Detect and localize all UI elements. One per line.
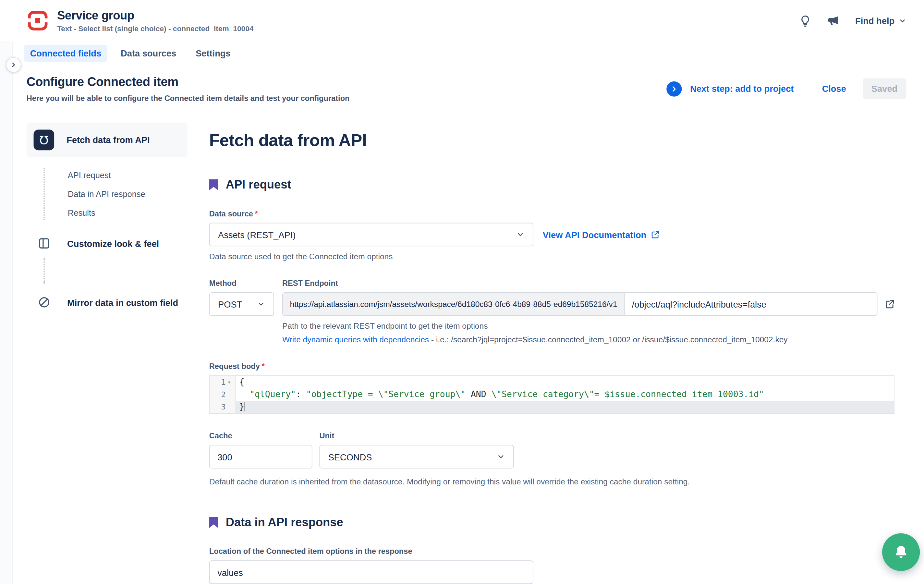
- unit-column: Unit SECONDS: [319, 432, 513, 469]
- step-subnav-item[interactable]: API request: [68, 165, 188, 184]
- step-label: Customize look & feel: [67, 238, 159, 249]
- request-body-label: Request body*: [209, 362, 912, 371]
- required-mark: *: [255, 209, 257, 218]
- panel-expand-button[interactable]: [6, 57, 21, 73]
- field-subtitle: Text - Select list (single choice) - con…: [57, 24, 253, 33]
- fetch-hook-icon: ℧: [34, 130, 54, 150]
- section-title: API request: [226, 178, 291, 192]
- sidebar-item-customize[interactable]: Customize look & feel: [37, 236, 187, 251]
- unit-value: SECONDS: [328, 452, 372, 462]
- code-line[interactable]: 3}: [210, 401, 894, 413]
- line-number: 2: [210, 388, 236, 401]
- code-text[interactable]: }: [236, 401, 894, 413]
- sidebar-item-fetch-data[interactable]: ℧ Fetch data from API: [26, 123, 188, 157]
- line-number: 3: [210, 401, 236, 413]
- data-source-group: Data source* Assets (REST_API) View API …: [209, 209, 912, 261]
- label-text: Data source: [209, 209, 253, 218]
- saved-button[interactable]: Saved: [863, 79, 906, 99]
- request-body-editor[interactable]: 1▾{2 "qlQuery": "objectType = \"Service …: [209, 375, 894, 414]
- code-text[interactable]: {: [236, 376, 894, 388]
- lightbulb-icon[interactable]: [799, 14, 812, 26]
- endpoint-column: REST Endpoint https://api.atlassian.com/…: [282, 279, 912, 344]
- step-label: Fetch data from API: [66, 135, 150, 145]
- main-panel: Fetch data from API API request Data sou…: [209, 123, 912, 584]
- line-number: 1▾: [210, 376, 236, 388]
- dynamic-queries-example: - i.e.: /search?jql=project=$issue.conne…: [431, 335, 788, 344]
- code-text[interactable]: "qlQuery": "objectType = \"Service group…: [236, 388, 894, 401]
- step-connector-dots: [43, 257, 45, 284]
- content-area: ℧ Fetch data from API API request Data i…: [0, 112, 924, 584]
- cache-row: Cache Unit SECONDS: [209, 432, 912, 469]
- label-text: Request body: [209, 362, 260, 371]
- method-value: POST: [218, 299, 242, 309]
- app-header: Service group Text - Select list (single…: [0, 0, 924, 41]
- data-source-value: Assets (REST_API): [218, 229, 295, 239]
- endpoint-field: https://api.atlassian.com/jsm/assets/wor…: [282, 292, 877, 316]
- fold-caret-icon[interactable]: ▾: [226, 376, 233, 388]
- find-help-menu[interactable]: Find help: [855, 16, 906, 26]
- chevron-down-icon: [516, 230, 524, 238]
- configure-header-text: Configure Connected item Here you will b…: [26, 75, 350, 102]
- endpoint-path-input[interactable]: /object/aql?includeAttributes=false: [625, 293, 774, 315]
- endpoint-base-segment: https://api.atlassian.com/jsm/assets/wor…: [283, 293, 625, 315]
- open-endpoint-external-icon[interactable]: [884, 299, 895, 310]
- fetch-hook-glyph: ℧: [39, 133, 48, 147]
- next-step-arrow-icon[interactable]: [667, 81, 681, 96]
- dynamic-queries-link[interactable]: Write dynamic queries with dependencies: [282, 335, 429, 344]
- step-subnav-item[interactable]: Results: [68, 203, 188, 222]
- method-select[interactable]: POST: [209, 292, 274, 316]
- section-api-request: API request: [209, 178, 912, 192]
- collapsed-panel-strip: [0, 41, 13, 584]
- section-title: Data in API response: [226, 516, 343, 529]
- megaphone-icon[interactable]: [827, 14, 840, 27]
- close-button[interactable]: Close: [822, 84, 846, 94]
- next-step-link[interactable]: Next step: add to project: [690, 84, 794, 94]
- configure-title: Configure Connected item: [26, 75, 350, 89]
- configure-header: Configure Connected item Here you will b…: [0, 68, 924, 112]
- configure-actions: Next step: add to project Close Saved: [667, 79, 906, 99]
- cache-label: Cache: [209, 432, 312, 440]
- unit-select[interactable]: SECONDS: [319, 445, 513, 469]
- code-line[interactable]: 1▾{: [210, 376, 894, 388]
- location-input[interactable]: [209, 560, 533, 584]
- find-help-label: Find help: [855, 16, 894, 26]
- tab-bar: Connected fields Data sources Settings: [0, 41, 924, 68]
- data-source-row: Assets (REST_API) View API Documentation: [209, 223, 912, 247]
- section-data-response: Data in API response: [209, 516, 912, 529]
- required-mark: *: [261, 362, 264, 371]
- chevron-down-icon: [899, 17, 906, 25]
- data-source-label: Data source*: [209, 209, 912, 218]
- tab[interactable]: Settings: [190, 45, 236, 62]
- chevron-down-icon: [497, 453, 505, 461]
- cache-input[interactable]: [209, 445, 312, 469]
- header-titles: Service group Text - Select list (single…: [57, 8, 253, 33]
- view-api-doc-link[interactable]: View API Documentation: [543, 229, 660, 239]
- cache-column: Cache: [209, 432, 312, 469]
- location-group: Location of the Connected item options i…: [209, 547, 912, 584]
- app-logo-icon: [26, 10, 49, 32]
- bookmark-icon: [209, 179, 218, 190]
- text-cursor: [244, 402, 245, 411]
- data-source-select[interactable]: Assets (REST_API): [209, 223, 533, 247]
- method-column: Method POST: [209, 279, 274, 344]
- method-label: Method: [209, 279, 274, 287]
- chevron-down-icon: [257, 300, 265, 308]
- bookmark-icon: [209, 517, 218, 528]
- endpoint-row: https://api.atlassian.com/jsm/assets/wor…: [282, 292, 912, 316]
- code-line[interactable]: 2 "qlQuery": "objectType = \"Service gro…: [210, 388, 894, 401]
- chevron-right-icon: [10, 61, 17, 68]
- step-subnav-item[interactable]: Data in API response: [68, 185, 188, 203]
- external-link-icon: [650, 230, 660, 239]
- app-window: Service group Text - Select list (single…: [0, 0, 924, 584]
- tab[interactable]: Data sources: [115, 45, 182, 62]
- field-title: Service group: [57, 8, 253, 22]
- bell-icon: [893, 544, 909, 560]
- unit-label: Unit: [319, 432, 513, 440]
- step-label: Mirror data in custom field: [67, 297, 178, 307]
- endpoint-help: Path to the relevant REST endpoint to ge…: [282, 322, 912, 331]
- circle-slash-icon: [37, 295, 51, 310]
- notifications-fab[interactable]: [882, 533, 920, 571]
- view-api-doc-label: View API Documentation: [543, 229, 646, 239]
- tab[interactable]: Connected fields: [24, 45, 107, 62]
- sidebar-item-mirror[interactable]: Mirror data in custom field: [37, 295, 187, 310]
